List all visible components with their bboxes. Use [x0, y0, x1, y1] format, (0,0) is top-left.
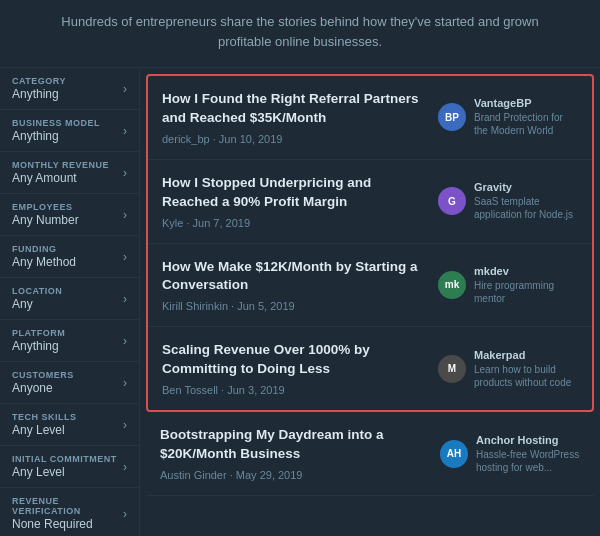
sidebar-value-tech-skills: Any Level [12, 423, 77, 437]
chevron-right-icon: › [123, 208, 127, 222]
chevron-right-icon: › [123, 507, 127, 521]
brand-name: mkdev [474, 265, 578, 277]
brand-logo: AH [440, 440, 468, 468]
sidebar-label-group: LOCATION Any [12, 286, 62, 311]
story-left: How I Found the Right Referral Partners … [162, 90, 426, 145]
sidebar-category-tech-skills: TECH SKILLS [12, 412, 77, 422]
story-left: How We Make $12K/Month by Starting a Con… [162, 258, 426, 313]
sidebar-label-group: EMPLOYEES Any Number [12, 202, 79, 227]
sidebar-item-revenue-verification[interactable]: REVENUE VERIFICATION None Required › [0, 488, 139, 536]
story-right: AHAnchor HostingHassle-free WordPress ho… [440, 434, 580, 474]
sidebar-category-initial-commitment: INITIAL COMMITMENT [12, 454, 117, 464]
brand-desc: Hassle-free WordPress hosting for web... [476, 448, 580, 474]
brand-name: Gravity [474, 181, 578, 193]
brand-desc: Hire programming mentor [474, 279, 578, 305]
brand-logo: G [438, 187, 466, 215]
brand-desc: SaaS template application for Node.js [474, 195, 578, 221]
chevron-right-icon: › [123, 418, 127, 432]
main-layout: CATEGORY Anything › BUSINESS MODEL Anyth… [0, 68, 600, 536]
story-title: Scaling Revenue Over 1000% by Committing… [162, 341, 426, 379]
sidebar-value-location: Any [12, 297, 62, 311]
brand-info: MakerpadLearn how to build products with… [474, 349, 578, 389]
brand-name: Makerpad [474, 349, 578, 361]
sidebar-category-business-model: BUSINESS MODEL [12, 118, 100, 128]
story-card-story-3[interactable]: How We Make $12K/Month by Starting a Con… [148, 244, 592, 328]
sidebar-label-group: INITIAL COMMITMENT Any Level [12, 454, 117, 479]
story-left: Scaling Revenue Over 1000% by Committing… [162, 341, 426, 396]
story-card-story-5[interactable]: Bootstrapping My Daydream into a $20K/Mo… [146, 412, 594, 496]
chevron-right-icon: › [123, 376, 127, 390]
story-left: How I Stopped Underpricing and Reached a… [162, 174, 426, 229]
sidebar-item-funding[interactable]: FUNDING Any Method › [0, 236, 139, 278]
sidebar-value-revenue-verification: None Required [12, 517, 123, 531]
story-right: GGravitySaaS template application for No… [438, 181, 578, 221]
sidebar-value-business-model: Anything [12, 129, 100, 143]
sidebar-label-group: FUNDING Any Method [12, 244, 76, 269]
story-right: MMakerpadLearn how to build products wit… [438, 349, 578, 389]
brand-desc: Learn how to build products without code [474, 363, 578, 389]
story-right: mkmkdevHire programming mentor [438, 265, 578, 305]
brand-info: Anchor HostingHassle-free WordPress host… [476, 434, 580, 474]
story-card-story-4[interactable]: Scaling Revenue Over 1000% by Committing… [148, 327, 592, 410]
story-meta: Kyle · Jun 7, 2019 [162, 217, 426, 229]
sidebar-category-platform: PLATFORM [12, 328, 65, 338]
sidebar-item-tech-skills[interactable]: TECH SKILLS Any Level › [0, 404, 139, 446]
brand-info: mkdevHire programming mentor [474, 265, 578, 305]
story-meta: Austin Ginder · May 29, 2019 [160, 469, 428, 481]
sidebar-category-category: CATEGORY [12, 76, 66, 86]
sidebar-item-location[interactable]: LOCATION Any › [0, 278, 139, 320]
sidebar-value-monthly-revenue: Any Amount [12, 171, 109, 185]
sidebar-value-funding: Any Method [12, 255, 76, 269]
sidebar-category-customers: CUSTOMERS [12, 370, 74, 380]
sidebar-label-group: CATEGORY Anything [12, 76, 66, 101]
sidebar-label-group: CUSTOMERS Anyone [12, 370, 74, 395]
sidebar-category-monthly-revenue: MONTHLY REVENUE [12, 160, 109, 170]
story-card-story-2[interactable]: How I Stopped Underpricing and Reached a… [148, 160, 592, 244]
story-meta: derick_bp · Jun 10, 2019 [162, 133, 426, 145]
sidebar-item-customers[interactable]: CUSTOMERS Anyone › [0, 362, 139, 404]
brand-desc: Brand Protection for the Modern World [474, 111, 578, 137]
sidebar-item-initial-commitment[interactable]: INITIAL COMMITMENT Any Level › [0, 446, 139, 488]
sidebar-label-group: MONTHLY REVENUE Any Amount [12, 160, 109, 185]
chevron-right-icon: › [123, 460, 127, 474]
chevron-right-icon: › [123, 124, 127, 138]
chevron-right-icon: › [123, 334, 127, 348]
sidebar-item-monthly-revenue[interactable]: MONTHLY REVENUE Any Amount › [0, 152, 139, 194]
sidebar: CATEGORY Anything › BUSINESS MODEL Anyth… [0, 68, 140, 536]
story-left: Bootstrapping My Daydream into a $20K/Mo… [160, 426, 428, 481]
chevron-right-icon: › [123, 250, 127, 264]
sidebar-label-group: REVENUE VERIFICATION None Required [12, 496, 123, 531]
story-title: How I Found the Right Referral Partners … [162, 90, 426, 128]
sidebar-item-category[interactable]: CATEGORY Anything › [0, 68, 139, 110]
brand-info: VantageBPBrand Protection for the Modern… [474, 97, 578, 137]
brand-logo: BP [438, 103, 466, 131]
sidebar-label-group: BUSINESS MODEL Anything [12, 118, 100, 143]
page-header: Hundreds of entrepreneurs share the stor… [0, 0, 600, 68]
content-area: How I Found the Right Referral Partners … [140, 68, 600, 536]
story-card-story-1[interactable]: How I Found the Right Referral Partners … [148, 76, 592, 160]
sidebar-item-employees[interactable]: EMPLOYEES Any Number › [0, 194, 139, 236]
story-meta: Kirill Shirinkin · Jun 5, 2019 [162, 300, 426, 312]
story-right: BPVantageBPBrand Protection for the Mode… [438, 97, 578, 137]
story-meta: Ben Tossell · Jun 3, 2019 [162, 384, 426, 396]
brand-name: VantageBP [474, 97, 578, 109]
story-title: How I Stopped Underpricing and Reached a… [162, 174, 426, 212]
sidebar-label-group: TECH SKILLS Any Level [12, 412, 77, 437]
sidebar-category-funding: FUNDING [12, 244, 76, 254]
sidebar-item-business-model[interactable]: BUSINESS MODEL Anything › [0, 110, 139, 152]
sidebar-category-revenue-verification: REVENUE VERIFICATION [12, 496, 123, 516]
header-text: Hundreds of entrepreneurs share the stor… [0, 0, 600, 68]
chevron-right-icon: › [123, 292, 127, 306]
sidebar-category-employees: EMPLOYEES [12, 202, 79, 212]
brand-info: GravitySaaS template application for Nod… [474, 181, 578, 221]
story-title: How We Make $12K/Month by Starting a Con… [162, 258, 426, 296]
sidebar-label-group: PLATFORM Anything [12, 328, 65, 353]
sidebar-value-platform: Anything [12, 339, 65, 353]
chevron-right-icon: › [123, 82, 127, 96]
chevron-right-icon: › [123, 166, 127, 180]
story-title: Bootstrapping My Daydream into a $20K/Mo… [160, 426, 428, 464]
highlighted-stories-group: How I Found the Right Referral Partners … [146, 74, 594, 412]
brand-name: Anchor Hosting [476, 434, 580, 446]
sidebar-item-platform[interactable]: PLATFORM Anything › [0, 320, 139, 362]
brand-logo: mk [438, 271, 466, 299]
